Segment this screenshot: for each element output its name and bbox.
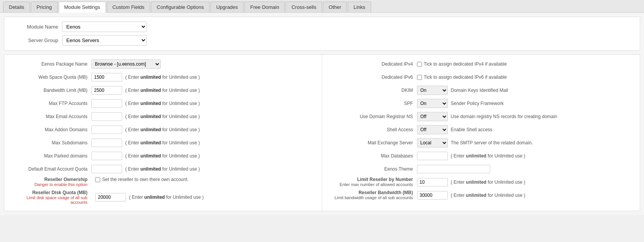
tab-links[interactable]: Links [348,2,371,12]
web-space-label: Web Space Quota (MB) [10,74,91,80]
reseller-disk-row: Reseller Disk Quota (MB) Limit disk spac… [10,190,316,205]
eenos-theme-input[interactable] [417,165,490,173]
reseller-ownership-label: Reseller Ownership [44,177,87,182]
tab-configurable-options[interactable]: Configurable Options [151,2,210,12]
bandwidth-hint: ( Enter unlimited for Unlimited use ) [125,88,200,93]
reseller-ownership-checkbox-label[interactable]: Set the reseller to own there own accoun… [95,177,188,182]
tab-pricing[interactable]: Pricing [31,2,58,12]
reseller-disk-hint: ( Enter unlimited for Unlimited use ) [129,195,203,200]
max-email-label: Max Email Accounts [10,114,91,119]
reseller-bw-hint: ( Enter unlimited for Unlimited use ) [451,193,525,198]
max-parked-label: Max Parked domains [10,153,91,159]
max-email-input[interactable] [91,112,122,121]
mail-exchange-label: Mail Exchange Server [328,140,417,146]
shell-access-row: Shell Access Off On Enable Shell access [328,124,634,135]
reseller-ownership-label-wrap: Reseller Ownership Danger to enable this… [10,177,91,187]
server-group-select[interactable]: Eenos Servers [62,35,147,46]
left-panel: Eenos Package Name Brownse - [u.eenos.co… [4,55,322,211]
tab-free-domain[interactable]: Free Domain [244,2,285,12]
reseller-bw-input[interactable] [417,191,448,200]
bandwidth-input[interactable] [91,86,122,95]
spf-row: SPF On Off Sender Policy Framework [328,98,634,109]
mail-exchange-row: Mail Exchange Server Local Remote The SM… [328,137,634,148]
tab-module-settings[interactable]: Module Settings [59,2,106,13]
reseller-disk-input[interactable] [95,193,126,201]
tab-other[interactable]: Other [323,2,347,12]
max-subdomains-hint: ( Enter unlimited for Unlimited use ) [125,140,200,146]
eenos-package-label: Eenos Package Name [10,61,91,67]
max-parked-input[interactable] [91,152,122,160]
default-email-quota-hint: ( Enter unlimited for Unlimited use ) [125,166,200,172]
max-databases-row: Max Databases ( Enter unlimited for Unli… [328,151,634,161]
max-databases-input[interactable] [417,152,448,160]
domain-registrar-ns-select[interactable]: Off On [417,112,448,121]
reseller-disk-sub: Limit disk space usage of all sub accoun… [10,195,87,205]
shell-access-label: Shell Access [328,127,417,132]
module-name-label: Module Name [12,24,62,30]
ipv4-checkbox-label[interactable]: Tick to assign dedicated IPv4 if availab… [417,61,507,67]
reseller-bw-label-wrap: Reseller Bandwidth (MB) Limit bandwidth … [328,190,417,200]
eenos-theme-row: Eenos Theme [328,164,634,174]
bandwidth-label: Bandwidth Limit (MB) [10,88,91,93]
shell-access-hint: Enable Shell access [451,127,493,132]
max-databases-label: Max Databases [328,153,417,159]
eenos-package-row: Eenos Package Name Brownse - [u.eenos.co… [10,59,316,69]
web-space-input[interactable] [91,73,122,81]
max-addon-hint: ( Enter unlimited for Unlimited use ) [125,127,200,132]
shell-access-select[interactable]: Off On [417,125,448,134]
max-email-hint: ( Enter unlimited for Unlimited use ) [125,114,200,119]
limit-reseller-label-sub: Enter max number of allowed accounts [340,182,413,187]
limit-reseller-label-wrap: Limit Reseller by Number Enter max numbe… [328,177,417,187]
eenos-package-select[interactable]: Brownse - [u.eenos.com] [91,59,161,69]
max-subdomains-row: Max Subdomains ( Enter unlimited for Unl… [10,137,316,148]
tab-upgrades[interactable]: Upgrades [210,2,244,12]
max-ftp-input[interactable] [91,99,122,108]
ipv6-hint: Tick to assign dedicated IPv6 if availab… [424,74,507,80]
default-email-quota-input[interactable] [91,165,122,173]
limit-reseller-input[interactable] [417,178,448,186]
max-email-row: Max Email Accounts ( Enter unlimited for… [10,111,316,122]
web-space-hint: ( Enter unlimited for Unlimited use ) [125,74,200,80]
max-subdomains-label: Max Subdomains [10,140,91,146]
max-databases-hint: ( Enter unlimited for Unlimited use ) [451,153,525,159]
dkim-hint: Domain Keys Identified Mail [451,88,508,93]
reseller-disk-label-wrap: Reseller Disk Quota (MB) Limit disk spac… [10,190,91,205]
web-space-row: Web Space Quota (MB) ( Enter unlimited f… [10,72,316,83]
max-parked-hint: ( Enter unlimited for Unlimited use ) [125,153,200,159]
max-addon-input[interactable] [91,125,122,134]
tab-details[interactable]: Details [3,2,30,12]
module-name-select[interactable]: Eenos [62,22,147,32]
max-subdomains-input[interactable] [91,139,122,147]
tab-custom-fields[interactable]: Custom Fields [107,2,150,12]
mail-exchange-hint: The SMTP server of the related domain. [451,140,533,146]
domain-registrar-ns-row: Use Domain Registrar NS Off On Use domai… [328,111,634,122]
reseller-bw-row: Reseller Bandwidth (MB) Limit bandwidth … [328,190,634,201]
max-addon-row: Max Addon Domains ( Enter unlimited for … [10,124,316,135]
ipv6-row: Dedicated IPv6 Tick to assign dedicated … [328,72,634,83]
ipv4-row: Dedicated IPv4 Tick to assign dedicated … [328,59,634,69]
mail-exchange-select[interactable]: Local Remote [417,138,448,147]
domain-registrar-ns-label: Use Domain Registrar NS [328,114,417,119]
ipv4-hint: Tick to assign dedicated IPv4 if availab… [424,61,507,67]
bandwidth-row: Bandwidth Limit (MB) ( Enter unlimited f… [10,85,316,96]
max-addon-label: Max Addon Domains [10,127,91,132]
limit-reseller-label-main: Limit Reseller by Number [357,177,413,182]
reseller-disk-label: Reseller Disk Quota (MB) [32,190,87,195]
ipv4-checkbox[interactable] [417,62,422,67]
spf-select[interactable]: On Off [417,99,448,108]
eenos-theme-label: Eenos Theme [328,166,417,172]
spf-label: SPF [328,101,417,106]
dkim-label: DKIM [328,88,417,93]
tabs-bar: Details Pricing Module Settings Custom F… [0,0,644,13]
max-parked-row: Max Parked domains ( Enter unlimited for… [10,151,316,161]
ipv6-checkbox-label[interactable]: Tick to assign dedicated IPv6 if availab… [417,74,507,80]
limit-reseller-row: Limit Reseller by Number Enter max numbe… [328,177,634,188]
ipv6-checkbox[interactable] [417,75,422,80]
max-ftp-label: Max FTP Accounts [10,101,91,106]
spf-hint: Sender Policy Framework [451,101,504,106]
max-ftp-row: Max FTP Accounts ( Enter unlimited for U… [10,98,316,109]
dkim-select[interactable]: On Off [417,86,448,95]
reseller-ownership-checkbox[interactable] [95,177,100,182]
tab-cross-sells[interactable]: Cross-sells [286,2,322,12]
top-form-section: Module Name Eenos Server Group Eenos Ser… [4,17,640,51]
